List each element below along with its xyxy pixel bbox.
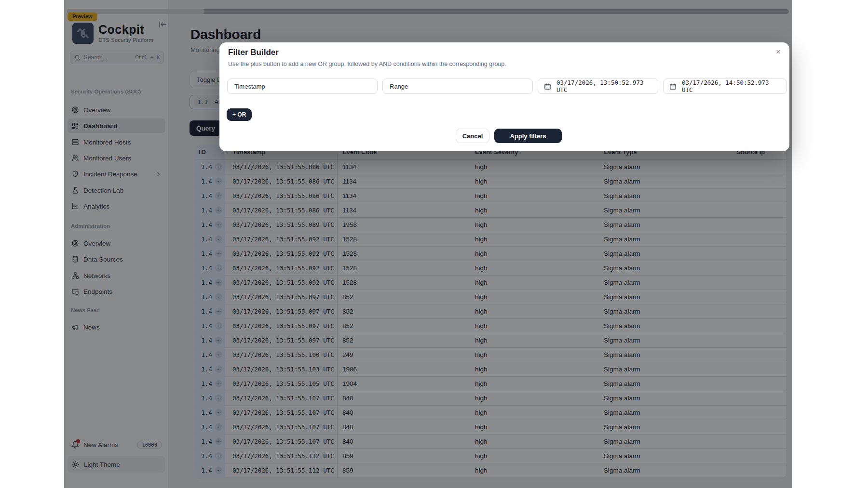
calendar-icon xyxy=(669,83,677,90)
modal-description: Use the plus button to add a new OR grou… xyxy=(228,61,506,67)
filter-field-select[interactable]: Timestamp xyxy=(227,79,378,94)
filter-builder-modal: Filter Builder Use the plus button to ad… xyxy=(219,42,789,151)
cancel-button[interactable]: Cancel xyxy=(456,129,489,143)
apply-filters-button[interactable]: Apply filters xyxy=(494,129,562,143)
end-datetime-picker[interactable]: 03/17/2026, 14:50:52.973 UTC xyxy=(663,79,787,94)
filter-operator-select[interactable]: Range xyxy=(382,79,533,94)
close-icon[interactable]: × xyxy=(776,47,781,57)
calendar-icon xyxy=(544,83,551,90)
modal-title: Filter Builder xyxy=(228,48,279,57)
add-or-group-button[interactable]: + OR xyxy=(227,108,252,121)
end-datetime-value: 03/17/2026, 14:50:52.973 UTC xyxy=(682,79,781,93)
start-datetime-value: 03/17/2026, 13:50:52.973 UTC xyxy=(556,79,652,93)
start-datetime-picker[interactable]: 03/17/2026, 13:50:52.973 UTC xyxy=(538,79,658,94)
